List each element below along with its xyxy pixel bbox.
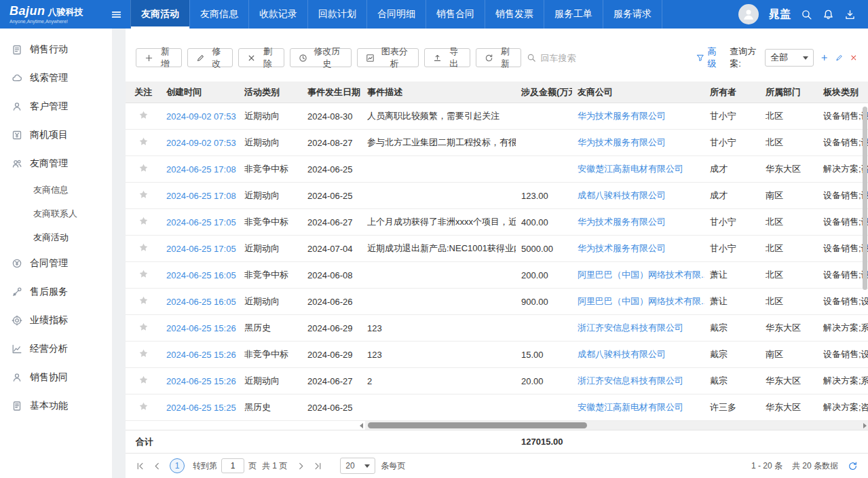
next-page-button[interactable] (297, 462, 305, 471)
cell-created[interactable]: 2024-06-25 15:26 (161, 376, 239, 386)
column-header-所属部门[interactable]: 所属部门 (760, 86, 818, 98)
star-icon[interactable] (138, 216, 149, 226)
column-header-事件发生日期[interactable]: 事件发生日期 (302, 86, 362, 98)
cell-created[interactable]: 2024-06-25 15:26 (161, 350, 239, 360)
sidebar-item-销售协同[interactable]: 销售协同 (0, 363, 112, 392)
table-row[interactable]: 2024-06-25 15:25黑历史2024-06-25安徽楚江高新电材有限公… (126, 394, 868, 421)
table-row[interactable]: 2024-06-25 15:26黑历史2024-06-29123浙江齐安信息科技… (126, 315, 868, 342)
table-row[interactable]: 2024-06-25 17:05近期动向2024-07-04近期成功退出新产品:… (126, 236, 868, 262)
scroll-right-arrow-icon[interactable] (863, 423, 867, 428)
cell-company[interactable]: 成都八骏科技有限公司 (572, 189, 704, 202)
hscroll-thumb[interactable] (368, 422, 587, 428)
tab-销售合同[interactable]: 销售合同 (426, 0, 485, 29)
page-size-select[interactable]: 20 (340, 458, 375, 474)
query-plan-select[interactable]: 全部 (765, 49, 814, 67)
table-row[interactable]: 2024-06-25 17:05非竞争中标2024-06-27上个月成功获得了非… (126, 209, 868, 236)
tab-收款记录[interactable]: 收款记录 (248, 0, 307, 29)
cell-company[interactable]: 浙江齐安信息科技有限公司 (572, 375, 704, 387)
star-icon[interactable] (138, 242, 149, 253)
scroll-left-arrow-icon[interactable] (360, 423, 363, 428)
refresh-table-button[interactable] (848, 461, 858, 471)
toolbar-button-删除[interactable]: 删除 (238, 48, 284, 67)
sidebar-item-线索管理[interactable]: 线索管理 (0, 64, 112, 92)
cell-company[interactable]: 华为技术服务有限公司 (572, 216, 704, 228)
cell-created[interactable]: 2024-06-25 15:25 (161, 403, 239, 413)
star-icon[interactable] (138, 189, 149, 200)
advanced-filter-button[interactable]: 高级 (696, 45, 720, 70)
sidebar-item-客户管理[interactable]: 客户管理 (0, 92, 112, 121)
cell-created[interactable]: 2024-09-02 07:53 (161, 111, 239, 122)
table-row[interactable]: 2024-09-02 07:53近期动向2024-08-30人员离职比较频繁，需… (126, 103, 868, 130)
column-header-活动类别[interactable]: 活动类别 (239, 86, 302, 98)
cell-created[interactable]: 2024-06-25 16:05 (161, 297, 239, 307)
sidebar-subitem-友商信息[interactable]: 友商信息 (0, 178, 112, 202)
username[interactable]: 晁盖 (769, 7, 791, 22)
toolbar-button-新增[interactable]: 新增 (136, 48, 182, 67)
column-header-涉及金额(万元)[interactable]: 涉及金额(万元) (516, 86, 572, 98)
hamburger-menu-icon[interactable] (102, 0, 130, 29)
star-icon[interactable] (138, 269, 149, 279)
column-header-板块类别[interactable]: 板块类别 (818, 86, 868, 98)
edit-query-plan-button[interactable] (835, 53, 844, 62)
topbar-search-icon[interactable] (801, 9, 812, 20)
cell-created[interactable]: 2024-06-25 17:08 (161, 191, 239, 201)
toolbar-button-修改历史[interactable]: 修改历史 (290, 48, 352, 67)
sidebar-subitem-友商活动[interactable]: 友商活动 (0, 225, 112, 249)
toolbar-button-修改[interactable]: 修改 (187, 48, 233, 67)
cell-company[interactable]: 华为技术服务有限公司 (572, 242, 704, 255)
download-icon[interactable] (844, 9, 856, 20)
table-row[interactable]: 2024-09-02 07:53近期动向2024-08-27参与北方工业集团二期… (126, 130, 868, 156)
first-page-button[interactable] (136, 462, 145, 471)
tab-友商活动[interactable]: 友商活动 (130, 0, 189, 29)
cell-company[interactable]: 安徽楚江高新电材有限公司 (572, 401, 704, 413)
star-icon[interactable] (138, 136, 149, 147)
sidebar-item-经营分析[interactable]: 经营分析 (0, 335, 112, 363)
star-icon[interactable] (138, 295, 149, 306)
prev-page-button[interactable] (153, 462, 162, 471)
tab-合同明细[interactable]: 合同明细 (366, 0, 426, 29)
hscroll-track[interactable] (365, 421, 868, 430)
table-row[interactable]: 2024-06-25 17:08近期动向2024-06-25123.00成都八骏… (126, 183, 868, 209)
table-row[interactable]: 2024-06-25 17:08非竞争中标2024-06-25安徽楚江高新电材有… (126, 156, 868, 183)
sidebar-item-售后服务[interactable]: 售后服务 (0, 278, 112, 306)
toolbar-button-导出[interactable]: 导出 (424, 48, 470, 67)
cell-created[interactable]: 2024-06-25 15:26 (161, 323, 239, 333)
avatar[interactable] (738, 4, 759, 24)
toolbar-button-图表分析[interactable]: 图表分析 (357, 48, 419, 67)
tab-服务请求[interactable]: 服务请求 (603, 0, 662, 29)
tab-服务工单[interactable]: 服务工单 (544, 0, 603, 29)
toolbar-button-刷新[interactable]: 刷新 (476, 48, 522, 67)
sidebar-item-合同管理[interactable]: 合同管理 (0, 249, 112, 278)
table-row[interactable]: 2024-06-25 16:05非竞争中标2024-06-08200.00阿里巴… (126, 262, 868, 289)
column-header-事件描述[interactable]: 事件描述 (362, 86, 516, 98)
delete-query-plan-button[interactable] (850, 53, 858, 62)
cell-created[interactable]: 2024-09-02 07:53 (161, 138, 239, 148)
star-icon[interactable] (138, 375, 149, 385)
cell-company[interactable]: 安徽楚江高新电材有限公司 (572, 163, 704, 175)
tab-销售发票[interactable]: 销售发票 (485, 0, 544, 29)
table-row[interactable]: 2024-06-25 15:26近期动向2024-06-27220.00浙江齐安… (126, 368, 868, 394)
cell-company[interactable]: 华为技术服务有限公司 (572, 110, 704, 122)
tab-回款计划[interactable]: 回款计划 (307, 0, 366, 29)
table-row[interactable]: 2024-06-25 15:26非竞争中标2024-06-2912315.00成… (126, 342, 868, 368)
sidebar-item-基本功能[interactable]: 基本功能 (0, 392, 112, 420)
vertical-scrollbar[interactable] (863, 107, 867, 290)
star-icon[interactable] (138, 401, 149, 411)
notification-bell-icon[interactable] (823, 9, 834, 20)
cell-company[interactable]: 阿里巴巴（中国）网络技术有限... (572, 269, 704, 281)
last-page-button[interactable] (314, 462, 322, 471)
cell-company[interactable]: 阿里巴巴（中国）网络技术有限... (572, 295, 704, 308)
cell-created[interactable]: 2024-06-25 17:05 (161, 217, 239, 227)
cell-company[interactable]: 华为技术服务有限公司 (572, 136, 704, 149)
cell-company[interactable]: 成都八骏科技有限公司 (572, 348, 704, 361)
cell-created[interactable]: 2024-06-25 17:08 (161, 164, 239, 174)
cell-created[interactable]: 2024-06-25 16:05 (161, 270, 239, 280)
search-input[interactable] (540, 53, 615, 63)
sidebar-item-商机项目[interactable]: 商机项目 (0, 121, 112, 149)
cell-company[interactable]: 浙江齐安信息科技有限公司 (572, 322, 704, 334)
star-icon[interactable] (138, 322, 149, 332)
column-header-友商公司[interactable]: 友商公司 (572, 86, 704, 98)
column-header-所有者[interactable]: 所有者 (704, 86, 760, 98)
sidebar-subitem-友商联系人[interactable]: 友商联系人 (0, 202, 112, 225)
column-header-创建时间[interactable]: 创建时间 (161, 86, 239, 98)
